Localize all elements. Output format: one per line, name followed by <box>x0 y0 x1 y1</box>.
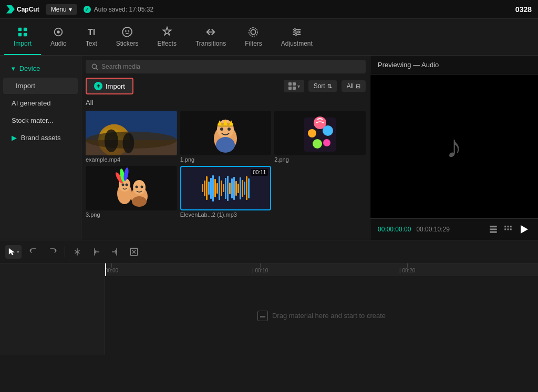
sidebar-item-device[interactable]: ▾ Device <box>3 60 78 77</box>
svg-point-44 <box>323 139 330 146</box>
capcut-icon <box>6 5 15 14</box>
svg-point-51 <box>125 183 128 186</box>
svg-point-42 <box>323 125 333 136</box>
delete-icon <box>129 247 139 257</box>
tab-transitions[interactable]: Transitions <box>186 19 235 55</box>
music-note-icon: ♪ <box>447 129 462 165</box>
wave-bar <box>237 184 239 193</box>
toolbar-right: ▾ Sort ⇅ All ⊟ <box>284 80 366 92</box>
ruler-label: 00:00 <box>105 268 118 273</box>
sidebar-item-brand-assets[interactable]: ▶ Brand assets <box>3 130 78 146</box>
ruler-line <box>111 263 112 268</box>
svg-rect-21 <box>293 82 296 86</box>
sidebar-import-label: Import <box>16 82 35 90</box>
svg-point-53 <box>133 180 146 195</box>
image-thumbnail-art <box>207 112 244 154</box>
cursor-icon <box>7 247 17 257</box>
sidebar-brand-label: Brand assets <box>21 134 61 142</box>
sidebar-item-stock-material[interactable]: Stock mater... <box>3 112 78 129</box>
list-item: example.mp4 <box>86 111 177 163</box>
svg-point-37 <box>227 128 231 131</box>
grid-icon <box>288 82 296 90</box>
redo-icon <box>48 247 57 257</box>
svg-point-18 <box>92 64 96 68</box>
audio-duration: 00:11 <box>251 169 268 176</box>
media-filename: 2.png <box>274 156 366 163</box>
preview-time-total: 00:00:10:29 <box>416 226 449 233</box>
list-view-icon[interactable] <box>489 225 498 234</box>
wave-bar <box>229 183 231 194</box>
media-thumbnail <box>180 111 272 155</box>
media-filename: 1.png <box>180 156 272 163</box>
trim-right-button[interactable] <box>108 245 122 259</box>
tab-audio[interactable]: Audio <box>41 19 76 55</box>
ruler-label: | 00:20 <box>399 268 415 273</box>
import-button-label: Import <box>106 82 125 90</box>
list-item: 3.png <box>86 166 177 218</box>
all-label: All <box>347 82 354 90</box>
top-bar: CapCut Menu ▾ ✓ Auto saved: 17:05:32 032… <box>0 0 538 19</box>
svg-rect-63 <box>504 229 506 230</box>
wave-bar <box>223 184 224 192</box>
import-button[interactable]: + Import <box>86 78 133 94</box>
redo-button[interactable] <box>46 245 59 259</box>
delete-tool-button[interactable] <box>127 245 141 259</box>
search-input[interactable] <box>101 63 360 70</box>
wave-bar <box>242 180 243 197</box>
tab-import-label: Import <box>14 40 32 47</box>
wave-bar <box>210 178 212 199</box>
audio-icon <box>53 26 64 38</box>
menu-button[interactable]: Menu ▾ <box>46 4 77 15</box>
wave-bar <box>227 176 229 201</box>
sort-button[interactable]: Sort ⇅ <box>308 80 337 92</box>
media-section-label: All <box>86 99 366 107</box>
wave-bar <box>216 183 218 194</box>
svg-rect-57 <box>490 226 497 227</box>
sidebar-item-ai-generated[interactable]: AI generated <box>3 95 78 111</box>
wave-bar <box>235 181 237 196</box>
tab-audio-label: Audio <box>50 40 67 47</box>
ruler-mark: 00:00 <box>105 263 118 273</box>
svg-point-10 <box>251 29 256 34</box>
media-filename: example.mp4 <box>86 156 177 163</box>
chevron-down-icon: ▾ <box>12 65 15 72</box>
svg-point-50 <box>121 183 124 186</box>
svg-point-7 <box>125 30 127 31</box>
text-icon: TI <box>86 26 97 38</box>
grid-toggle-button[interactable]: ▾ <box>284 80 304 92</box>
toolbar-separator <box>65 247 65 257</box>
video-thumbnail-art <box>86 111 177 155</box>
nav-tabs: Import Audio TI Text Stickers Effects <box>0 19 538 56</box>
tab-text[interactable]: TI Text <box>76 19 107 55</box>
grid-view-icon[interactable] <box>503 225 513 234</box>
drop-hint: ▬ Drag material here and start to create <box>257 311 386 321</box>
wave-bar <box>240 177 241 199</box>
wave-bar <box>246 176 247 200</box>
tab-effects[interactable]: Effects <box>148 19 185 55</box>
tab-filters[interactable]: Filters <box>235 19 272 55</box>
play-button[interactable] <box>518 223 531 236</box>
image-thumbnail-art <box>113 167 150 209</box>
tab-stickers-label: Stickers <box>116 40 139 47</box>
list-item: 00:11 <box>180 166 272 218</box>
all-filter-button[interactable]: All ⊟ <box>342 80 366 92</box>
timeline-content: 00:00 | 00:10 | 00:20 ▬ Drag material he… <box>0 263 538 355</box>
tab-import[interactable]: Import <box>4 19 41 55</box>
svg-rect-64 <box>508 229 509 230</box>
split-tool-button[interactable] <box>70 245 84 259</box>
tab-text-label: Text <box>86 40 97 47</box>
undo-button[interactable] <box>27 245 40 259</box>
svg-point-28 <box>105 129 118 152</box>
media-toolbar: + Import ▾ Sort ⇅ A <box>86 78 366 94</box>
filter-icon: ⊟ <box>356 83 360 90</box>
sidebar-device-label: Device <box>19 65 40 72</box>
trim-left-button[interactable] <box>89 245 103 259</box>
select-tool-button[interactable]: ▾ <box>5 245 22 259</box>
tab-adjustment[interactable]: Adjustment <box>272 19 322 55</box>
search-bar[interactable] <box>86 60 366 73</box>
ruler-line <box>407 263 408 268</box>
sidebar-item-import[interactable]: Import <box>3 78 78 94</box>
timeline-toolbar: ▾ <box>0 240 538 263</box>
tab-stickers[interactable]: Stickers <box>107 19 148 55</box>
wave-bar <box>233 177 235 200</box>
